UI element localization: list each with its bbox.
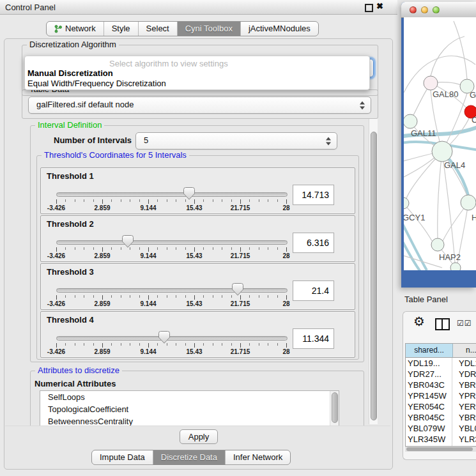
scrollbar-thumb[interactable]: [371, 132, 377, 420]
threshold-3-slider[interactable]: [56, 288, 288, 293]
group-title: Threshold's Coordinates for 5 Intervals: [42, 150, 189, 160]
table-cell: YBR0: [452, 380, 476, 390]
table-cell: YBR0: [452, 412, 476, 423]
slider-handle[interactable]: [158, 331, 170, 344]
tab-label: Cyni Toolbox: [185, 22, 233, 36]
tab-discretize-data[interactable]: Discretize Data: [153, 450, 226, 464]
tab-label: Infer Network: [233, 450, 282, 464]
node-label: HAP2: [439, 252, 461, 262]
top-tab-bar: Network Style Select Cyni Toolbox jActiv…: [46, 21, 319, 36]
checkbox-icons[interactable]: ☑☑: [457, 319, 472, 328]
node-gal80[interactable]: [424, 76, 438, 90]
network-window-titlebar: [401, 2, 476, 18]
close-traffic-light-icon[interactable]: [410, 6, 417, 13]
zoom-traffic-light-icon[interactable]: [433, 6, 440, 13]
node-label: GA: [470, 90, 476, 100]
table-row[interactable]: YDL19...YDL1: [406, 358, 476, 369]
threshold-2-slider[interactable]: [56, 240, 288, 245]
threshold-2-value[interactable]: 6.316: [293, 233, 334, 253]
table-row[interactable]: YLR345WYLR3: [406, 434, 476, 445]
gear-icon[interactable]: ⚙: [413, 314, 425, 329]
numerical-attributes-label: Numerical Attributes: [35, 379, 116, 388]
network-icon: [54, 24, 62, 33]
table-body: YDL19...YDL1YDR27...YDR2YBR043CYBR0YPR14…: [406, 358, 476, 447]
threshold-label: Threshold 1: [47, 171, 94, 181]
number-of-intervals-combobox[interactable]: 5: [135, 132, 337, 150]
threshold-1-value[interactable]: 14.713: [293, 185, 334, 205]
node[interactable]: [450, 263, 461, 270]
table-row[interactable]: YBR043CYBR0: [406, 380, 476, 390]
table-cell: YER054C: [406, 401, 452, 412]
algorithm-dropdown-popup: Select algorithm to view settings Manual…: [24, 56, 370, 90]
slider-handle[interactable]: [183, 187, 195, 200]
control-panel-titlebar: Control Panel ✖: [0, 0, 397, 15]
tab-jactivemnodules[interactable]: jActiveMNodules: [241, 22, 318, 36]
minimize-traffic-light-icon[interactable]: [421, 6, 428, 13]
dropdown-option-equal-width[interactable]: Equal Width/Frequency Discretization: [27, 79, 166, 89]
node-gal11[interactable]: [404, 114, 417, 128]
slider-handle[interactable]: [232, 283, 243, 296]
tab-label: Impute Data: [100, 450, 145, 464]
threshold-3-value[interactable]: 21.4: [293, 280, 334, 301]
slider-ruler: -3.4262.8599.14415.4321.71528: [56, 343, 286, 355]
threshold-label: Threshold 2: [47, 219, 94, 229]
numerical-attributes-list: SelfLoopsTopologicalCoefficientBetweenne…: [40, 391, 339, 427]
threshold-3-panel: Threshold 3 -3.4262.8599.14415.4321.7152…: [40, 263, 355, 310]
node-gcy1[interactable]: [404, 197, 409, 209]
table-header: shared... n...: [406, 344, 476, 358]
node-label: GCY1: [404, 213, 425, 222]
dropdown-option-manual[interactable]: Manual Discretization: [27, 68, 113, 79]
threshold-2-panel: Threshold 2 -3.4262.8599.14415.4321.7152…: [40, 215, 355, 262]
group-title: Attributes to discretize: [35, 365, 122, 375]
node-label: GAL11: [411, 128, 436, 138]
tab-cyni-toolbox[interactable]: Cyni Toolbox: [178, 22, 241, 36]
control-panel-scrollbar[interactable]: [369, 119, 378, 424]
table-cell: YBL0: [452, 423, 476, 434]
float-window-icon[interactable]: [365, 4, 373, 12]
node[interactable]: [461, 195, 476, 210]
column-header-name[interactable]: n...: [453, 344, 476, 357]
threshold-label: Threshold 3: [47, 267, 94, 277]
list-item[interactable]: TopologicalCoefficient: [40, 403, 339, 415]
group-title: Discretization Algorithm: [27, 40, 119, 49]
threshold-4-value[interactable]: 11.344: [293, 328, 334, 349]
threshold-1-panel: Threshold 1 -3.4262.8599.14415.4321.7152…: [40, 167, 355, 214]
close-icon[interactable]: ✖: [376, 1, 383, 11]
threshold-4-slider[interactable]: [56, 336, 288, 341]
table-cell: YBR043C: [406, 380, 452, 390]
node-label: GAL80: [433, 89, 458, 99]
split-view-icon[interactable]: [435, 318, 450, 330]
node-hap2[interactable]: [431, 238, 444, 251]
tab-select[interactable]: Select: [139, 22, 178, 36]
scrollbar-thumb[interactable]: [406, 447, 473, 451]
node-gal4[interactable]: [432, 141, 452, 162]
tab-impute-data[interactable]: Impute Data: [92, 450, 153, 464]
tab-network[interactable]: Network: [47, 22, 104, 36]
node-label: GAL4: [444, 160, 465, 170]
column-header-shared-name[interactable]: shared...: [406, 344, 453, 357]
tab-infer-network[interactable]: Infer Network: [226, 450, 290, 464]
table-row[interactable]: YBR045CYBR0: [406, 412, 476, 423]
scrollbar-thumb[interactable]: [332, 392, 338, 423]
apply-button[interactable]: Apply: [180, 429, 218, 444]
panel-title: Control Panel: [5, 3, 56, 12]
table-cell: YDR27...: [406, 369, 452, 380]
table-horizontal-scrollbar[interactable]: [405, 447, 476, 452]
table-row[interactable]: YDR27...YDR2: [406, 369, 476, 380]
network-canvas[interactable]: GAL80 GA C GAL11 GAL4 GCY1 H HAP2: [404, 17, 476, 270]
slider-handle[interactable]: [122, 235, 134, 248]
table-data-combobox[interactable]: galFiltered.sif default node: [28, 96, 371, 114]
node-table: shared... n... YDL19...YDL1YDR27...YDR2Y…: [405, 343, 476, 447]
table-row[interactable]: YER054CYER0: [406, 401, 476, 412]
number-of-intervals-label: Number of Intervals: [54, 135, 132, 145]
tab-style[interactable]: Style: [104, 22, 139, 36]
table-row[interactable]: YPR145WYPR1: [406, 390, 476, 401]
group-title: Interval Definition: [35, 120, 104, 130]
table-row[interactable]: YBL079WYBL0: [406, 423, 476, 434]
threshold-1-slider[interactable]: [56, 192, 288, 197]
list-item[interactable]: SelfLoops: [40, 391, 339, 403]
table-panel: ⚙ ☑☑ shared... n... YDL19...YDL1YDR27...…: [403, 311, 476, 460]
tab-label: Style: [112, 22, 130, 36]
tab-label: Network: [65, 22, 96, 36]
dropdown-hint: Select algorithm to view settings: [109, 59, 228, 68]
